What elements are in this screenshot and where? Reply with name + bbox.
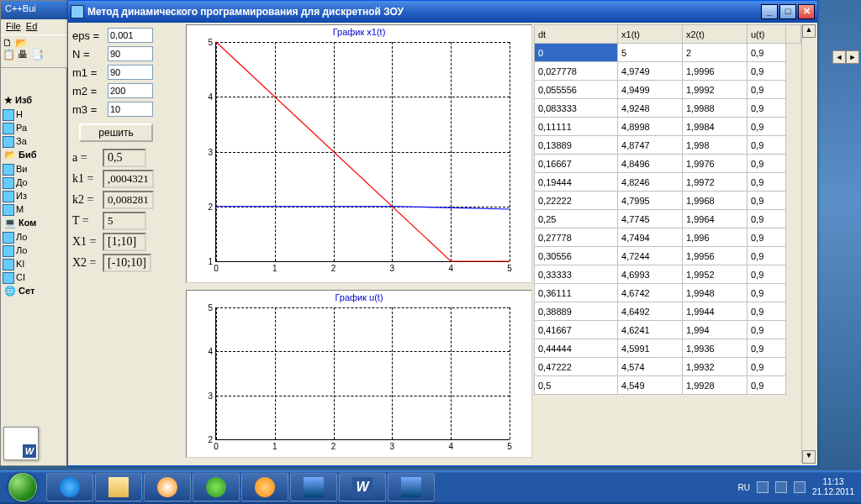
table-cell: 4,7244	[618, 247, 683, 265]
ide-menubar[interactable]: File Ed	[1, 19, 68, 34]
window-title: Метод динамического программирования для…	[87, 6, 761, 18]
a-value: 0,5	[103, 149, 146, 167]
table-cell: 1,998	[683, 136, 747, 155]
table-cell: 4,7745	[618, 210, 683, 228]
system-tray[interactable]: RU 11:13 21.12.2011	[731, 477, 861, 497]
m2-input[interactable]	[108, 83, 153, 98]
table-row[interactable]: 0,444444,59911,99360,9	[535, 339, 801, 358]
table-row[interactable]: 0,305564,72441,99560,9	[535, 247, 801, 265]
scroll-down-icon[interactable]: ▼	[802, 450, 816, 464]
table-cell: 0,44444	[535, 339, 618, 358]
table-row[interactable]: 0,361114,67421,99480,9	[535, 284, 801, 302]
taskbar-item-mail[interactable]	[241, 473, 288, 501]
results-table[interactable]: dtx1(t)x2(t)u(t) 0520,90,0277784,97491,9…	[534, 24, 801, 395]
m3-input[interactable]	[108, 102, 153, 117]
tray-clock[interactable]: 11:13 21.12.2011	[812, 477, 854, 497]
table-header[interactable]: x1(t)	[618, 25, 683, 44]
table-cell: 0,055556	[535, 81, 618, 99]
table-cell: 4,549	[618, 376, 683, 395]
table-row[interactable]: 0,388894,64921,99440,9	[535, 302, 801, 321]
ide-tab-scroll[interactable]: ◄►	[832, 50, 861, 64]
side-item[interactable]: За	[1, 134, 68, 148]
side-item[interactable]: Н	[1, 108, 68, 121]
table-header[interactable]: dt	[535, 25, 618, 44]
start-button[interactable]	[0, 470, 45, 504]
scroll-up-icon[interactable]: ▲	[802, 24, 816, 38]
tray-lang[interactable]: RU	[737, 483, 749, 492]
table-row[interactable]: 0,0555564,94991,99920,9	[535, 81, 801, 99]
word-document-thumb[interactable]	[3, 427, 39, 460]
minimize-button[interactable]: _	[761, 4, 778, 19]
ie-icon	[60, 477, 80, 497]
flag-icon[interactable]	[757, 481, 769, 493]
table-header[interactable]: x2(t)	[683, 25, 747, 44]
taskbar-item-word[interactable]: W	[339, 473, 386, 501]
k2-label: k2 =	[72, 193, 103, 207]
side-group[interactable]: 🌐 Сет	[1, 284, 68, 298]
eps-input[interactable]	[108, 28, 153, 43]
table-cell: 4,7494	[618, 228, 683, 247]
side-group[interactable]: ★ Изб	[1, 93, 68, 108]
side-item[interactable]: М	[1, 202, 68, 216]
taskbar-item-utorrent[interactable]	[193, 473, 240, 501]
table-row[interactable]: 0,222224,79951,99680,9	[535, 192, 801, 210]
menu-file[interactable]: File	[6, 21, 21, 31]
table-row[interactable]: 0520,9	[535, 44, 801, 62]
chart2-plot: 2345012345	[215, 307, 510, 440]
table-cell: 0,16667	[535, 155, 618, 173]
table-row[interactable]: 0,472224,5741,99320,9	[535, 358, 801, 376]
taskbar-item-explorer[interactable]	[95, 473, 142, 501]
taskbar[interactable]: W RU 11:13 21.12.2011	[0, 470, 861, 504]
m1-input[interactable]	[108, 65, 153, 80]
table-row[interactable]: 0,254,77451,99640,9	[535, 210, 801, 228]
side-item[interactable]: До	[1, 176, 68, 189]
volume-icon[interactable]	[794, 481, 806, 493]
scroll-right-icon[interactable]: ►	[846, 50, 859, 64]
table-row[interactable]: 0,194444,82461,99720,9	[535, 173, 801, 192]
side-item[interactable]: Из	[1, 189, 68, 202]
solve-button[interactable]: решить	[79, 123, 153, 142]
side-item[interactable]: KI	[1, 257, 68, 270]
n-input[interactable]	[108, 46, 153, 61]
table-cell: 0,027778	[535, 62, 618, 81]
titlebar[interactable]: Метод динамического программирования для…	[68, 1, 817, 23]
taskbar-item-ie[interactable]	[46, 473, 93, 501]
ide-title-text: C++Bui	[5, 3, 36, 13]
x2-value: [-10;10]	[103, 254, 151, 272]
maximize-button[interactable]: □	[779, 4, 796, 19]
side-item[interactable]: Ви	[1, 162, 68, 176]
side-item[interactable]: CI	[1, 270, 68, 284]
table-cell: 4,6492	[618, 302, 683, 321]
ide-toolbar[interactable]: 🗋 📂📋 🖶 📑	[1, 34, 68, 68]
table-cell: 5	[618, 44, 683, 62]
table-row[interactable]: 0,333334,69931,99520,9	[535, 265, 801, 284]
close-button[interactable]: ✕	[798, 4, 815, 19]
window-scrollbar[interactable]: ▲ ▼	[802, 24, 816, 464]
scroll-left-icon[interactable]: ◄	[832, 50, 846, 64]
table-row[interactable]: 0,138894,87471,9980,9	[535, 136, 801, 155]
table-row[interactable]: 0,416674,62411,9940,9	[535, 321, 801, 339]
chart-u: График u(t) 2345012345	[186, 290, 532, 458]
clock-time: 11:13	[812, 477, 854, 487]
taskbar-item-cppbuilder[interactable]	[290, 473, 337, 501]
side-item[interactable]: Ра	[1, 121, 68, 134]
taskbar-item-wmp[interactable]	[144, 473, 191, 501]
side-group[interactable]: 💻 Ком	[1, 216, 68, 230]
table-cell: 0,9	[747, 81, 785, 99]
table-header[interactable]: u(t)	[747, 25, 785, 44]
table-row[interactable]: 0,0277784,97491,99960,9	[535, 62, 801, 81]
folder-icon	[108, 477, 129, 497]
menu-edit[interactable]: Ed	[26, 21, 37, 31]
taskbar-item-app[interactable]	[388, 473, 435, 501]
table-row[interactable]: 0,277784,74941,9960,9	[535, 228, 801, 247]
table-cell: 1,9944	[683, 302, 747, 321]
table-cell: 0,22222	[535, 192, 618, 210]
side-item[interactable]: Ло	[1, 244, 68, 257]
side-item[interactable]: Ло	[1, 230, 68, 244]
side-group[interactable]: 📂 Биб	[1, 148, 68, 162]
table-row[interactable]: 0,166674,84961,99760,9	[535, 155, 801, 173]
table-row[interactable]: 0,54,5491,99280,9	[535, 376, 801, 395]
table-row[interactable]: 0,111114,89981,99840,9	[535, 118, 801, 136]
battery-icon[interactable]	[775, 481, 787, 493]
table-row[interactable]: 0,0833334,92481,99880,9	[535, 99, 801, 118]
